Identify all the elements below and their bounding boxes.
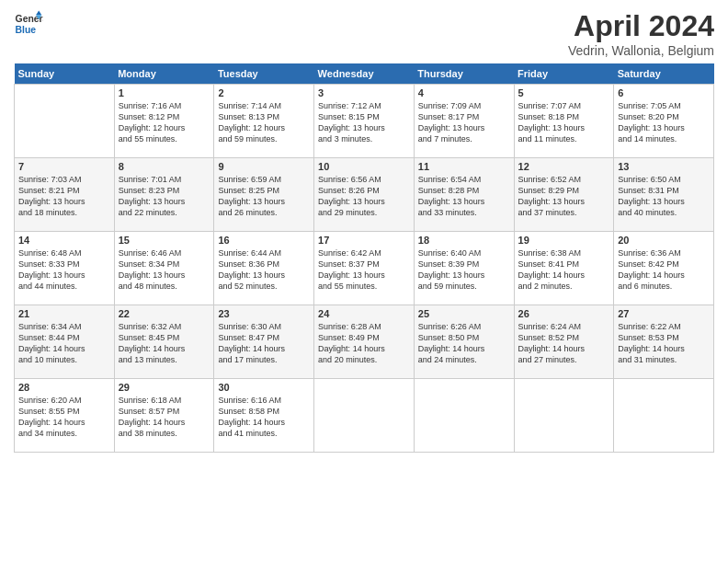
day-number: 15 xyxy=(119,235,210,246)
svg-text:Blue: Blue xyxy=(16,25,37,35)
table-row: 16Sunrise: 6:44 AM Sunset: 8:36 PM Dayli… xyxy=(214,232,314,305)
day-number: 30 xyxy=(218,382,310,393)
logo: General Blue xyxy=(14,9,43,39)
day-info: Sunrise: 6:22 AM Sunset: 8:53 PM Dayligh… xyxy=(618,321,710,366)
table-row xyxy=(314,379,415,453)
table-row: 21Sunrise: 6:34 AM Sunset: 8:44 PM Dayli… xyxy=(15,305,115,379)
col-friday: Friday xyxy=(514,63,614,85)
day-number: 16 xyxy=(218,235,310,246)
day-number: 23 xyxy=(218,308,310,319)
page-container: General Blue April 2024 Vedrin, Wallonia… xyxy=(0,0,728,462)
table-row: 2Sunrise: 7:14 AM Sunset: 8:13 PM Daylig… xyxy=(214,85,314,158)
table-row: 1Sunrise: 7:16 AM Sunset: 8:12 PM Daylig… xyxy=(114,85,214,158)
calendar-table: Sunday Monday Tuesday Wednesday Thursday… xyxy=(14,63,714,453)
day-info: Sunrise: 6:46 AM Sunset: 8:34 PM Dayligh… xyxy=(119,247,210,293)
table-row: 3Sunrise: 7:12 AM Sunset: 8:15 PM Daylig… xyxy=(314,85,415,158)
table-row: 30Sunrise: 6:16 AM Sunset: 8:58 PM Dayli… xyxy=(214,379,314,453)
day-info: Sunrise: 6:30 AM Sunset: 8:47 PM Dayligh… xyxy=(218,321,310,366)
calendar-header-row: Sunday Monday Tuesday Wednesday Thursday… xyxy=(15,63,714,85)
day-number: 7 xyxy=(18,161,110,172)
day-info: Sunrise: 7:01 AM Sunset: 8:23 PM Dayligh… xyxy=(119,174,210,219)
header: General Blue April 2024 Vedrin, Wallonia… xyxy=(14,9,714,58)
day-info: Sunrise: 6:24 AM Sunset: 8:52 PM Dayligh… xyxy=(518,321,610,366)
table-row: 10Sunrise: 6:56 AM Sunset: 8:26 PM Dayli… xyxy=(314,158,415,232)
day-info: Sunrise: 6:42 AM Sunset: 8:37 PM Dayligh… xyxy=(318,247,410,293)
table-row: 23Sunrise: 6:30 AM Sunset: 8:47 PM Dayli… xyxy=(214,305,314,379)
day-number: 22 xyxy=(119,308,210,319)
day-info: Sunrise: 6:18 AM Sunset: 8:57 PM Dayligh… xyxy=(119,395,210,440)
day-info: Sunrise: 6:16 AM Sunset: 8:58 PM Dayligh… xyxy=(218,395,310,440)
table-row: 5Sunrise: 7:07 AM Sunset: 8:18 PM Daylig… xyxy=(514,85,614,158)
table-row: 15Sunrise: 6:46 AM Sunset: 8:34 PM Dayli… xyxy=(114,232,214,305)
calendar-week-3: 14Sunrise: 6:48 AM Sunset: 8:33 PM Dayli… xyxy=(15,232,714,305)
day-info: Sunrise: 6:26 AM Sunset: 8:50 PM Dayligh… xyxy=(418,321,510,366)
table-row: 12Sunrise: 6:52 AM Sunset: 8:29 PM Dayli… xyxy=(514,158,614,232)
day-info: Sunrise: 7:12 AM Sunset: 8:15 PM Dayligh… xyxy=(318,100,410,145)
table-row: 28Sunrise: 6:20 AM Sunset: 8:55 PM Dayli… xyxy=(15,379,115,453)
month-year-title: April 2024 xyxy=(568,9,714,43)
table-row: 19Sunrise: 6:38 AM Sunset: 8:41 PM Dayli… xyxy=(514,232,614,305)
day-number: 27 xyxy=(618,308,710,319)
col-saturday: Saturday xyxy=(614,63,714,85)
table-row: 25Sunrise: 6:26 AM Sunset: 8:50 PM Dayli… xyxy=(414,305,514,379)
day-info: Sunrise: 7:14 AM Sunset: 8:13 PM Dayligh… xyxy=(218,100,310,145)
calendar-week-5: 28Sunrise: 6:20 AM Sunset: 8:55 PM Dayli… xyxy=(15,379,714,453)
day-number: 9 xyxy=(218,161,310,172)
table-row: 14Sunrise: 6:48 AM Sunset: 8:33 PM Dayli… xyxy=(15,232,115,305)
day-number: 29 xyxy=(119,382,210,393)
day-number: 20 xyxy=(618,235,710,246)
day-number: 19 xyxy=(518,235,610,246)
table-row: 29Sunrise: 6:18 AM Sunset: 8:57 PM Dayli… xyxy=(114,379,214,453)
table-row: 17Sunrise: 6:42 AM Sunset: 8:37 PM Dayli… xyxy=(314,232,415,305)
day-number: 11 xyxy=(418,161,510,172)
calendar-week-2: 7Sunrise: 7:03 AM Sunset: 8:21 PM Daylig… xyxy=(15,158,714,232)
day-number: 2 xyxy=(218,87,310,98)
day-number: 14 xyxy=(18,235,110,246)
day-info: Sunrise: 7:05 AM Sunset: 8:20 PM Dayligh… xyxy=(618,100,710,145)
table-row xyxy=(614,379,714,453)
day-number: 4 xyxy=(418,87,510,98)
day-info: Sunrise: 6:38 AM Sunset: 8:41 PM Dayligh… xyxy=(518,247,610,293)
day-number: 8 xyxy=(119,161,210,172)
table-row: 27Sunrise: 6:22 AM Sunset: 8:53 PM Dayli… xyxy=(614,305,714,379)
table-row: 22Sunrise: 6:32 AM Sunset: 8:45 PM Dayli… xyxy=(114,305,214,379)
day-info: Sunrise: 6:48 AM Sunset: 8:33 PM Dayligh… xyxy=(18,247,110,293)
day-number: 3 xyxy=(318,87,410,98)
table-row: 9Sunrise: 6:59 AM Sunset: 8:25 PM Daylig… xyxy=(214,158,314,232)
col-thursday: Thursday xyxy=(414,63,514,85)
day-number: 26 xyxy=(518,308,610,319)
day-number: 6 xyxy=(618,87,710,98)
day-info: Sunrise: 6:28 AM Sunset: 8:49 PM Dayligh… xyxy=(318,321,410,366)
table-row: 7Sunrise: 7:03 AM Sunset: 8:21 PM Daylig… xyxy=(15,158,115,232)
day-info: Sunrise: 7:09 AM Sunset: 8:17 PM Dayligh… xyxy=(418,100,510,145)
table-row: 26Sunrise: 6:24 AM Sunset: 8:52 PM Dayli… xyxy=(514,305,614,379)
day-number: 28 xyxy=(18,382,110,393)
day-number: 1 xyxy=(119,87,210,98)
day-number: 24 xyxy=(318,308,410,319)
col-tuesday: Tuesday xyxy=(214,63,314,85)
day-number: 17 xyxy=(318,235,410,246)
col-monday: Monday xyxy=(114,63,214,85)
day-info: Sunrise: 6:40 AM Sunset: 8:39 PM Dayligh… xyxy=(418,247,510,293)
day-info: Sunrise: 7:03 AM Sunset: 8:21 PM Dayligh… xyxy=(18,174,110,219)
table-row: 11Sunrise: 6:54 AM Sunset: 8:28 PM Dayli… xyxy=(414,158,514,232)
day-number: 10 xyxy=(318,161,410,172)
day-info: Sunrise: 6:20 AM Sunset: 8:55 PM Dayligh… xyxy=(18,395,110,440)
day-info: Sunrise: 6:32 AM Sunset: 8:45 PM Dayligh… xyxy=(119,321,210,366)
table-row: 20Sunrise: 6:36 AM Sunset: 8:42 PM Dayli… xyxy=(614,232,714,305)
day-info: Sunrise: 7:07 AM Sunset: 8:18 PM Dayligh… xyxy=(518,100,610,145)
day-number: 12 xyxy=(518,161,610,172)
day-info: Sunrise: 6:59 AM Sunset: 8:25 PM Dayligh… xyxy=(218,174,310,219)
day-info: Sunrise: 6:36 AM Sunset: 8:42 PM Dayligh… xyxy=(618,247,710,293)
day-number: 5 xyxy=(518,87,610,98)
day-number: 21 xyxy=(18,308,110,319)
col-sunday: Sunday xyxy=(15,63,115,85)
table-row: 8Sunrise: 7:01 AM Sunset: 8:23 PM Daylig… xyxy=(114,158,214,232)
day-number: 25 xyxy=(418,308,510,319)
table-row xyxy=(15,85,115,158)
logo-icon: General Blue xyxy=(14,9,43,39)
table-row: 4Sunrise: 7:09 AM Sunset: 8:17 PM Daylig… xyxy=(414,85,514,158)
day-info: Sunrise: 6:50 AM Sunset: 8:31 PM Dayligh… xyxy=(618,174,710,219)
calendar-week-1: 1Sunrise: 7:16 AM Sunset: 8:12 PM Daylig… xyxy=(15,85,714,158)
day-number: 13 xyxy=(618,161,710,172)
